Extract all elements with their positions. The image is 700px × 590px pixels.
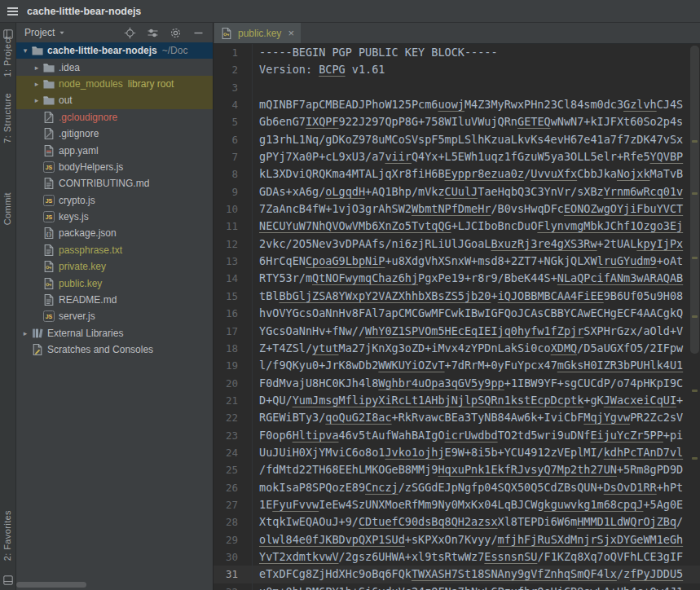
code-line-17[interactable]: 17YGcsOaNnHv+fNw//WhY0Z1SPVOm5HEcEqIEIjq… bbox=[214, 323, 700, 340]
code-line-32[interactable]: 32u0m+0bLDM6PY1b+Sj6vduVc24zOFNa7bNyLGPz… bbox=[214, 583, 700, 590]
code-line-5[interactable]: 5Gb6enG7IXQPF922J297QpP8G+758WIluVWujQRn… bbox=[214, 113, 700, 130]
tree-item-crypto-js[interactable]: JScrypto.js bbox=[16, 192, 213, 209]
typo-underline: Cnczj bbox=[365, 481, 398, 494]
tree-item-suffix: ~/Doc bbox=[162, 45, 188, 56]
menu-icon[interactable] bbox=[7, 7, 18, 15]
tool-button-commit[interactable]: Commit bbox=[2, 192, 12, 225]
code-line-4[interactable]: 4mQINBF7apCMBEADJPhoW125Pcm6uowjM4Z3MyRw… bbox=[214, 96, 700, 113]
tree-item-private-key[interactable]: private.key bbox=[16, 258, 213, 275]
tool-window-toggle-icon[interactable] bbox=[3, 574, 13, 583]
code-line-28[interactable]: 28XtqkIwEQAOuJ+9/CDtuefC90dsBq8QH2azsxXl… bbox=[214, 513, 700, 531]
tab-public-key[interactable]: public.key × bbox=[214, 23, 301, 43]
tree-item-contributing-md[interactable]: CONTRIBUTING.md bbox=[16, 175, 213, 192]
code-line-7[interactable]: 7gPYj7Xa0P+cL9xU3/a7viirQ4Yx+L5EWh1uqz1f… bbox=[214, 148, 700, 165]
code-line-1[interactable]: 1-----BEGIN PGP PUBLIC KEY BLOCK----- bbox=[214, 44, 700, 61]
tree-item--gitignore[interactable]: .gitignore bbox=[16, 125, 213, 142]
tree-item--gcloudignore[interactable]: .gcloudignore bbox=[16, 109, 213, 125]
target-icon[interactable] bbox=[124, 27, 136, 39]
tree-item-server-js[interactable]: JSserver.js bbox=[16, 308, 213, 324]
expanded-arrow-icon[interactable]: ▾ bbox=[20, 46, 31, 55]
gear-icon[interactable] bbox=[169, 27, 182, 39]
code-line-15[interactable]: 15tBlBbGljZSA8YWxpY2VAZXhhbXBsZS5jb20+iQ… bbox=[214, 288, 700, 305]
line-number: 13 bbox=[214, 253, 253, 270]
code-line-13[interactable]: 136HrCqENCpoaG9LbpNiP+u8XdgVhXSnxW+msd8+… bbox=[214, 253, 700, 270]
project-view-dropdown[interactable]: Project bbox=[24, 27, 65, 38]
code-line-25[interactable]: 25/fdMtd22TH68EEhLMKOGeB8MMj9HqxuPnk1Ekf… bbox=[214, 461, 700, 478]
js-file-icon: JS bbox=[42, 310, 55, 323]
code-line-9[interactable]: 9GDAs+xA6g/oLgqdH+AQ1Bhp/mVkzCUulJTaeHqb… bbox=[214, 183, 700, 200]
code-line-19[interactable]: 19l/f9QKyu0+JrK8wDb2WWKUYiOZvT+7dRrM+0yF… bbox=[214, 357, 700, 374]
collapsed-arrow-icon[interactable]: ▸ bbox=[31, 64, 42, 72]
typo-underline: BxuzRj3re4gXS3Rw bbox=[491, 237, 597, 250]
tree-item--idea[interactable]: ▸.idea bbox=[16, 59, 213, 75]
tool-button-structure[interactable]: 7: Structure bbox=[2, 93, 12, 143]
tree-item-node-modules[interactable]: ▸node_moduleslibrary root bbox=[16, 76, 213, 92]
line-number: 25 bbox=[214, 461, 253, 478]
typo-underline: Sj6vduVc24zOFNa7bNyLGPzxfhrOeUiCB9swLA bbox=[359, 585, 610, 590]
code-line-21[interactable]: 21D+QU/YumJmsgMflipyXiRcLt1AHbjNjlpSQRn1… bbox=[214, 392, 700, 409]
json-file-icon: {} bbox=[42, 227, 55, 240]
tree-item-bodyhelpers-js[interactable]: JSbodyHelpers.js bbox=[16, 159, 213, 175]
code-text: GDAs+xA6g/oLgqdH+AQ1Bhp/mVkzCUulJTaeHqbQ… bbox=[253, 183, 683, 200]
code-line-23[interactable]: 23F0op6Hltipva46v5tAufWahBAIgOicrUwdbdTO… bbox=[214, 427, 700, 444]
code-line-16[interactable]: 16hvOVYGcsOaNnHv8FAl7apCMCGwMFCwkIBwIGFQ… bbox=[214, 305, 700, 322]
tree-item-out[interactable]: ▸out bbox=[16, 92, 213, 108]
hide-icon[interactable] bbox=[192, 27, 205, 39]
line-number: 28 bbox=[214, 513, 253, 531]
code-text: olwl84e0fJKBDvpQXP1SUd+sKPXxOn7Kvyy/mfjh… bbox=[253, 531, 683, 548]
code-line-24[interactable]: 24UuJUiH0XjYMviC6o8o1Jvko1ojhjE9W+8i5b+Y… bbox=[214, 444, 700, 461]
tree-item-keys-js[interactable]: JSkeys.js bbox=[16, 209, 213, 225]
code-line-11[interactable]: 11NECUYuW7NhQVOwVMb6XnZo5TvtqQG+LJCIboBn… bbox=[214, 218, 700, 235]
typo-underline: icrUwdbd bbox=[445, 429, 498, 442]
typo-underline: Hltipva bbox=[293, 429, 339, 442]
js-file-icon: JS bbox=[42, 194, 55, 207]
code-line-18[interactable]: 18Z+T4ZSl/ytutMa27jKnXg3oZD+iMvx4zYPDnLa… bbox=[214, 340, 700, 357]
svg-text:JS: JS bbox=[46, 198, 53, 204]
tree-item-external-libraries[interactable]: ▸External Libraries bbox=[16, 325, 213, 341]
code-line-10[interactable]: 107ZaAncB4fW+1vjO3grAhSW2WbmtNPfDmeHr/B0… bbox=[214, 200, 700, 218]
vertical-scrollbar-thumb[interactable] bbox=[690, 46, 699, 354]
filter-icon[interactable] bbox=[147, 27, 159, 39]
ignore-file-icon bbox=[42, 127, 55, 140]
folder-icon bbox=[31, 44, 44, 57]
typo-underline: CpoaG9LbpNiP bbox=[306, 254, 385, 267]
code-text: 1EFyuFvvwIeEw4SzUNXMoeRfMm9Ny0MxKx04LqBJ… bbox=[253, 496, 683, 513]
code-line-12[interactable]: 122vkc/2O5Nev3vDPAAfs/ni6zjRLiUlJGoaLBxu… bbox=[214, 236, 700, 253]
tree-item-passphrase-txt[interactable]: passphrase.txt bbox=[16, 242, 213, 258]
line-number: 29 bbox=[214, 531, 253, 548]
tree-item-public-key[interactable]: public.key bbox=[16, 275, 213, 291]
tool-button-project[interactable]: 1: Project bbox=[2, 36, 12, 77]
line-number: 4 bbox=[214, 96, 253, 113]
code-text: 2vkc/2O5Nev3vDPAAfs/ni6zjRLiUlJGoaLBxuzR… bbox=[253, 236, 683, 253]
typo-underline: EijuYcZr5PP bbox=[590, 429, 663, 442]
tree-item-readme-md[interactable]: README.md bbox=[16, 292, 213, 308]
code-line-14[interactable]: 14RTY53r/mQtNOFwymqChaz6hjPgxPe19+r8r9/B… bbox=[214, 270, 700, 287]
tree-item-cache-little-bear-nodejs[interactable]: ▾cache-little-bear-nodejs~/Doc bbox=[16, 42, 213, 59]
code-line-30[interactable]: 30YvT2xdmtkvwV/2gsz6UHWA+xl9tsRtwWz7Essn… bbox=[214, 548, 700, 566]
tool-button-favorites[interactable]: 2: Favorites bbox=[2, 510, 12, 561]
code-line-8[interactable]: 8kL3XDviQRQKma4MTALjqXr8fiH6BEyppr8ezua0… bbox=[214, 165, 700, 183]
collapsed-arrow-icon[interactable]: ▸ bbox=[31, 80, 42, 88]
collapsed-arrow-icon[interactable]: ▸ bbox=[20, 329, 31, 337]
text-file-icon bbox=[42, 244, 55, 257]
code-line-22[interactable]: 22RGEWiBTy3/qoQuG2I8ac+RkRvawcBEa3TyNB84… bbox=[214, 409, 700, 426]
typo-underline: QtNOFwymqChaz6hj bbox=[312, 271, 418, 284]
typo-underline: UvvuXfx bbox=[531, 167, 577, 180]
typo-underline: olwl84e0fJKBDvpQXP1SUd bbox=[259, 533, 405, 546]
tree-item-scratches-and-consoles[interactable]: Scratches and Consoles bbox=[16, 341, 213, 358]
code-line-3[interactable]: 3 bbox=[214, 79, 700, 96]
code-line-20[interactable]: 20F0dMvajU8HC0KJh4l8Wghbr4uOpa3qGV5y9pp+… bbox=[214, 375, 700, 392]
tree-item-package-json[interactable]: {}package.json bbox=[16, 225, 213, 241]
collapsed-arrow-icon[interactable]: ▸ bbox=[31, 96, 42, 104]
code-line-29[interactable]: 29olwl84e0fJKBDvpQXP1SUd+sKPXxOn7Kvyy/mf… bbox=[214, 531, 700, 548]
code-line-31[interactable]: 31eTxDFCg8ZjHdXHc9oBq6FQkTWXASH7St18SNAn… bbox=[214, 566, 700, 583]
code-line-2[interactable]: 2Version: BCPG v1.61 bbox=[214, 61, 700, 78]
code-editor[interactable]: 1-----BEGIN PGP PUBLIC KEY BLOCK-----2Ve… bbox=[214, 44, 700, 590]
horizontal-scrollbar-thumb[interactable] bbox=[16, 582, 86, 588]
code-line-6[interactable]: 6g13rhL1Nq/gDKoZ978uMCoSVspF5mpLSlhKzuaL… bbox=[214, 131, 700, 148]
code-line-26[interactable]: 26mokIsaP8SPQozE89Cnczj/zSGGdEJpNgfp04SQ… bbox=[214, 479, 700, 496]
close-icon[interactable]: × bbox=[288, 28, 294, 38]
tree-item-label: app.yaml bbox=[59, 145, 99, 156]
tree-item-app-yaml[interactable]: app.yaml bbox=[16, 142, 213, 158]
code-line-27[interactable]: 271EFyuFvvwIeEw4SzUNXMoeRfMm9Ny0MxKx04Lq… bbox=[214, 496, 700, 513]
